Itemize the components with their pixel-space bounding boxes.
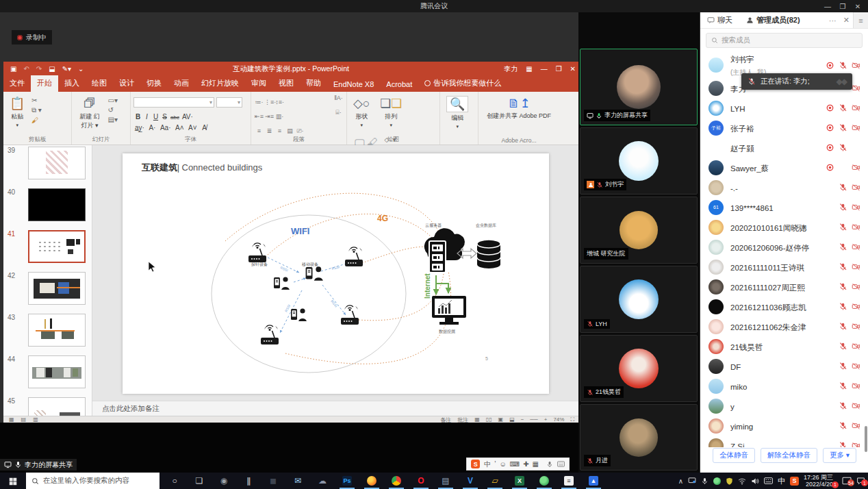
cut-button[interactable]: ✂ <box>31 97 42 104</box>
notes-placeholder[interactable]: 点击此处添加备注 <box>92 401 578 416</box>
member-row[interactable]: miko <box>700 376 868 396</box>
view-slideshow-icon[interactable]: ⬓ <box>509 416 515 423</box>
view-reading-icon[interactable]: ▣ <box>498 416 504 423</box>
taskbar-app-file-explorer[interactable]: ▱ <box>483 473 507 489</box>
bullets-icon[interactable]: ≔· <box>254 99 264 105</box>
member-row[interactable]: 子裕 张子裕 <box>700 118 868 138</box>
tray-volume-icon[interactable] <box>751 477 759 485</box>
editing-button[interactable]: 🔍编辑▾ <box>443 95 472 134</box>
slide-thumbnail-42[interactable]: 42 <box>3 271 92 312</box>
tray-keyboard-icon[interactable] <box>764 477 773 484</box>
slide-canvas[interactable]: 互联建筑| Connected buildings <box>123 153 549 394</box>
align-right-icon[interactable]: ≡ <box>275 127 285 134</box>
create-adobe-pdf-button[interactable]: 🗎↥创建并共享 Adobe PDF <box>481 95 557 134</box>
taskbar-app-excel[interactable]: X <box>507 473 532 489</box>
ppt-tab-1[interactable]: 开始 <box>31 75 58 92</box>
ppt-restore-button[interactable]: ❐ <box>556 65 562 73</box>
member-row[interactable]: 202161111011王诗琪 <box>700 257 868 277</box>
tab-manage-members[interactable]: 管理成员(82) <box>739 12 807 28</box>
member-row[interactable]: 61 139****4861 <box>700 197 868 217</box>
ribbon-display-icon[interactable]: ▦ <box>526 65 532 73</box>
ppt-tab-10[interactable]: 帮助 <box>300 75 327 92</box>
align-left-icon[interactable]: ≡ <box>254 127 264 134</box>
ppt-tab-6[interactable]: 动画 <box>168 75 195 92</box>
slide-thumbnail-40[interactable]: 40 <box>3 187 92 229</box>
font-btn-AV·[interactable]: AV· <box>181 113 194 121</box>
more-actions-button[interactable]: 更多 ▾ <box>823 448 856 463</box>
zoom-in-icon[interactable]: + <box>544 416 548 423</box>
action-center-icon[interactable]: 1 <box>856 477 865 485</box>
columns-icon[interactable]: ▥· <box>275 113 285 120</box>
ime-keyboard-icon[interactable] <box>557 461 565 467</box>
member-row[interactable]: 202061206096-赵停停 <box>700 237 868 257</box>
ppt-tab-12[interactable]: Acrobat <box>380 77 418 92</box>
member-row[interactable]: Z.Si <box>700 436 868 447</box>
view-sorter-icon[interactable]: ▯▯ <box>486 416 492 423</box>
member-row[interactable]: LYH <box>700 98 868 118</box>
font-name-combo[interactable]: ▾ <box>133 97 214 108</box>
ppt-tab-7[interactable]: 幻灯片放映 <box>195 75 245 92</box>
ppt-tab-3[interactable]: 绘图 <box>86 75 113 92</box>
taskbar-app-photos[interactable]: ▲ <box>581 473 606 489</box>
zoom-level[interactable]: 74% <box>553 416 564 423</box>
unmute-all-button[interactable]: 解除全体静音 <box>761 448 817 463</box>
format-painter-button[interactable]: 🖌 <box>31 116 42 124</box>
view-normal-icon[interactable]: ▦ <box>474 416 480 423</box>
panel-more-button[interactable]: ··· <box>826 16 840 25</box>
close-button[interactable]: ✕ <box>850 0 865 12</box>
font-color-button[interactable]: A· <box>147 124 157 131</box>
video-tile-3[interactable]: LYH <box>580 266 698 333</box>
tray-mic-icon[interactable] <box>701 477 709 485</box>
numbering-icon[interactable]: ⋮≡· <box>264 99 275 105</box>
font-size-combo[interactable]: ▾ <box>216 97 242 108</box>
font-btn-abc[interactable]: abc <box>169 114 181 121</box>
grow-font-button[interactable]: A˄ <box>174 124 186 131</box>
change-case-button[interactable]: Aa· <box>159 124 173 131</box>
member-row[interactable]: 202161211036顾志凯 <box>700 297 868 316</box>
taskbar-app-app-case[interactable]: ◼ <box>261 473 285 489</box>
taskbar-app-wechat[interactable] <box>532 473 557 489</box>
zoom-slider[interactable]: ── <box>530 416 537 423</box>
member-search-input[interactable]: 搜索成员 <box>706 33 863 48</box>
taskbar-app-chrome[interactable] <box>384 473 409 489</box>
taskbar-app-cortana[interactable]: ○ <box>162 473 187 489</box>
member-row[interactable]: -.- <box>700 177 868 197</box>
copy-button[interactable]: ⧉ ▾ <box>31 106 42 114</box>
indent-less-icon[interactable]: ⇤≡ <box>254 113 264 120</box>
taskbar-app-firefox[interactable] <box>359 473 384 489</box>
taskbar-app-app-tool[interactable]: ▤ <box>433 473 458 489</box>
font-btn-S[interactable]: S <box>160 113 169 121</box>
taskbar-app-app-cloud[interactable]: ☁ <box>310 473 335 489</box>
video-tile-1[interactable]: 刘书宇 <box>580 127 698 195</box>
ppt-tab-11[interactable]: EndNote X8 <box>327 77 380 92</box>
sogou-icon[interactable]: S <box>471 460 480 468</box>
sogou-item-3[interactable]: ⌨ <box>510 460 520 468</box>
slide-thumbnail-45[interactable]: 45 <box>3 396 92 416</box>
taskbar-clock[interactable]: 17:26 周三 2022/4/20 1 <box>804 474 837 488</box>
justify-icon[interactable]: ▤ <box>285 127 295 134</box>
ppt-tab-0[interactable]: 文件 <box>3 75 31 92</box>
video-tile-4[interactable]: 21钱昊哲 <box>580 335 698 402</box>
arrange-button[interactable]: ❏❏排列▾ <box>376 95 405 134</box>
ppt-minimize-button[interactable]: — <box>541 65 548 73</box>
taskbar-app-photoshop[interactable]: Ps <box>335 473 359 489</box>
new-slide-button[interactable]: 🗇新建 幻灯片 ▾ <box>75 95 105 134</box>
mute-all-button[interactable]: 全体静音 <box>713 448 755 463</box>
section-button[interactable]: ▤▾ <box>107 116 117 123</box>
start-button[interactable] <box>0 476 26 485</box>
ppt-close-button[interactable]: ✕ <box>570 65 576 73</box>
align-center-icon[interactable]: ≣ <box>264 127 275 134</box>
text-direction-icon[interactable]: ‖A· <box>333 95 344 101</box>
tray-expand-icon[interactable]: ∧ <box>678 477 683 485</box>
clear-format-button[interactable]: A̸ <box>200 124 209 131</box>
restore-button[interactable]: ❐ <box>835 0 850 12</box>
comments-toggle[interactable]: 批注 <box>457 416 468 423</box>
taskbar-app-task-view[interactable]: ❏ <box>187 473 212 489</box>
sogou-ime-toolbar[interactable]: S 中’☺⌨✚▦ <box>466 457 570 471</box>
notes-toggle[interactable]: 备注 <box>440 416 451 423</box>
taskbar-search-input[interactable]: 在这里输入你要搜索的内容 <box>26 473 159 489</box>
video-tile-5[interactable]: 月进 <box>580 404 698 471</box>
sogou-item-2[interactable]: ☺ <box>500 460 507 468</box>
fit-window-icon[interactable]: ⛶ <box>570 416 574 423</box>
member-row[interactable]: 202161111027周正熙 <box>700 277 868 297</box>
